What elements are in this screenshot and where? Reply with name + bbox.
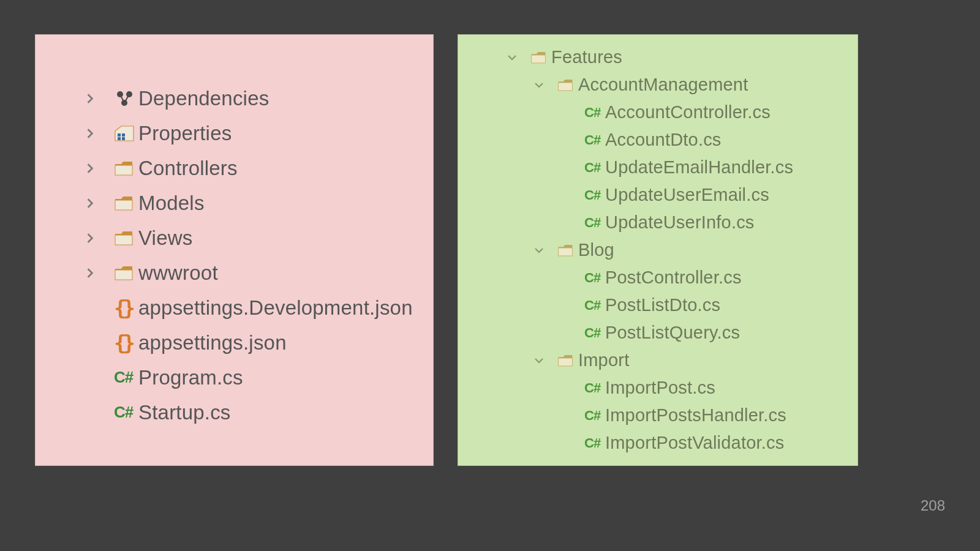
- svg-rect-4: [122, 133, 125, 137]
- tree-label: UpdateEmailHandler.cs: [605, 157, 793, 178]
- folder-icon: [557, 78, 576, 92]
- tree-item-file[interactable]: C# ImportPost.cs: [506, 374, 845, 402]
- chevron-down-icon[interactable]: [533, 356, 545, 365]
- json-icon: {}: [114, 296, 136, 320]
- tree-label: AccountController.cs: [605, 102, 771, 122]
- tree-item-wwwroot[interactable]: wwwroot: [83, 255, 421, 290]
- tree-label: PostController.cs: [605, 268, 742, 288]
- tree-label: UpdateUserEmail.cs: [605, 185, 769, 205]
- tree-label: wwwroot: [138, 261, 218, 285]
- svg-rect-12: [559, 82, 573, 90]
- tree-label: Program.cs: [138, 366, 243, 389]
- properties-icon: [114, 125, 136, 142]
- csharp-icon: C#: [114, 368, 136, 387]
- tree-item-blog[interactable]: Blog: [506, 236, 845, 264]
- csharp-icon: C#: [584, 435, 603, 451]
- tree-label: AccountDto.cs: [605, 130, 722, 150]
- tree-item-file[interactable]: C# UpdateEmailHandler.cs: [506, 154, 845, 181]
- tree-label: Views: [138, 227, 192, 250]
- svg-rect-6: [122, 137, 125, 140]
- csharp-icon: C#: [584, 105, 603, 121]
- svg-rect-3: [118, 133, 121, 137]
- tree-item-features[interactable]: Features: [506, 43, 845, 71]
- chevron-down-icon[interactable]: [533, 246, 545, 255]
- tree-item-file[interactable]: C# ImportPostValidator.cs: [506, 429, 845, 457]
- csharp-icon: C#: [584, 298, 603, 313]
- chevron-right-icon[interactable]: [83, 93, 97, 104]
- tree-label: Import: [578, 350, 629, 370]
- tree-label: AccountManagement: [578, 75, 748, 95]
- tree-label: appsettings.json: [138, 331, 287, 354]
- tree-item-dependencies[interactable]: Dependencies: [83, 81, 421, 116]
- csharp-icon: C#: [114, 403, 136, 422]
- svg-rect-14: [559, 358, 573, 365]
- page-number: 208: [921, 497, 945, 514]
- tree-item-account-management[interactable]: AccountManagement: [506, 71, 845, 99]
- tree-item-file[interactable]: C# ImportPostsHandler.cs: [506, 402, 845, 429]
- csharp-icon: C#: [584, 325, 603, 341]
- csharp-icon: C#: [584, 187, 603, 203]
- tree-item-views[interactable]: Views: [83, 220, 421, 255]
- tree-label: ImportPostValidator.cs: [605, 433, 784, 453]
- svg-rect-10: [115, 270, 132, 280]
- svg-rect-8: [115, 200, 132, 210]
- folder-icon: [557, 244, 576, 257]
- tree-item-file[interactable]: C# UpdateUserInfo.cs: [506, 209, 845, 236]
- tree-label: Properties: [138, 122, 232, 145]
- tree-item-controllers[interactable]: Controllers: [83, 151, 421, 186]
- right-tree-panel: Features AccountManagement C# AccountCon…: [458, 34, 858, 466]
- folder-icon: [114, 265, 136, 281]
- svg-rect-9: [115, 235, 132, 245]
- chevron-right-icon[interactable]: [83, 233, 97, 244]
- tree-item-properties[interactable]: Properties: [83, 116, 421, 151]
- tree-item-appsettings-dev[interactable]: {} appsettings.Development.json: [83, 290, 421, 325]
- tree-item-startup[interactable]: C# Startup.cs: [83, 395, 421, 430]
- chevron-right-icon[interactable]: [83, 268, 97, 279]
- tree-label: PostListQuery.cs: [605, 323, 740, 343]
- tree-item-file[interactable]: C# AccountDto.cs: [506, 126, 845, 154]
- tree-item-file[interactable]: C# UpdateUserEmail.cs: [506, 181, 845, 209]
- svg-rect-11: [532, 54, 546, 62]
- dependencies-icon: [114, 89, 136, 108]
- tree-item-appsettings[interactable]: {} appsettings.json: [83, 325, 421, 360]
- tree-item-file[interactable]: C# PostListDto.cs: [506, 291, 845, 319]
- csharp-icon: C#: [584, 408, 603, 424]
- csharp-icon: C#: [584, 132, 603, 148]
- svg-rect-5: [118, 137, 121, 140]
- folder-icon: [114, 230, 136, 246]
- folder-icon: [114, 160, 136, 176]
- tree-label: PostListDto.cs: [605, 295, 720, 315]
- tree-item-program[interactable]: C# Program.cs: [83, 360, 421, 395]
- tree-label: ImportPost.cs: [605, 378, 715, 398]
- tree-item-file[interactable]: C# PostController.cs: [506, 264, 845, 291]
- tree-label: appsettings.Development.json: [138, 296, 413, 320]
- tree-item-models[interactable]: Models: [83, 186, 421, 220]
- tree-label: Models: [138, 192, 205, 215]
- folder-icon: [557, 354, 576, 367]
- chevron-right-icon[interactable]: [83, 198, 97, 209]
- csharp-icon: C#: [584, 270, 603, 286]
- tree-item-file[interactable]: C# PostListQuery.cs: [506, 319, 845, 347]
- tree-item-file[interactable]: C# AccountController.cs: [506, 99, 845, 126]
- csharp-icon: C#: [584, 160, 603, 176]
- tree-label: ImportPostsHandler.cs: [605, 405, 786, 425]
- tree-label: Blog: [578, 240, 614, 260]
- chevron-down-icon[interactable]: [533, 80, 545, 90]
- chevron-right-icon[interactable]: [83, 128, 97, 139]
- folder-icon: [530, 51, 549, 64]
- tree-label: Features: [551, 47, 622, 67]
- tree-label: Controllers: [138, 157, 238, 180]
- csharp-icon: C#: [584, 380, 603, 396]
- chevron-right-icon[interactable]: [83, 163, 97, 174]
- tree-label: Startup.cs: [138, 401, 231, 424]
- tree-item-import[interactable]: Import: [506, 347, 845, 374]
- svg-rect-7: [115, 165, 132, 175]
- folder-icon: [114, 195, 136, 211]
- tree-label: UpdateUserInfo.cs: [605, 212, 755, 233]
- left-tree-panel: Dependencies Properties Controllers: [35, 34, 434, 466]
- csharp-icon: C#: [584, 215, 603, 231]
- chevron-down-icon[interactable]: [506, 53, 518, 62]
- json-icon: {}: [114, 331, 136, 355]
- tree-label: Dependencies: [138, 87, 269, 110]
- svg-rect-13: [559, 247, 573, 255]
